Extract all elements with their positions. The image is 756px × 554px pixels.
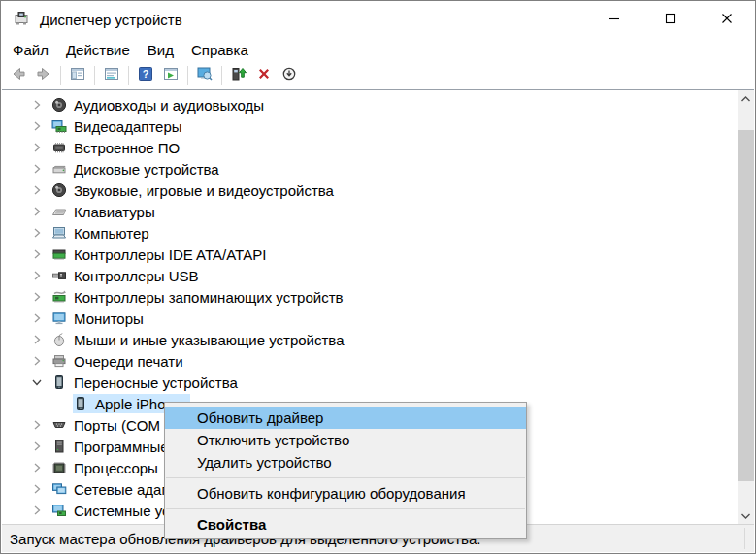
tree-item-label: Контроллеры запоминающих устройств <box>74 289 343 306</box>
tree-item-content[interactable]: Клавиатуры <box>51 202 164 221</box>
chevron-right-icon[interactable] <box>31 483 43 495</box>
tree-item-content[interactable]: Компьютер <box>51 223 158 243</box>
menu-view[interactable]: Вид <box>139 40 182 60</box>
close-button[interactable] <box>699 1 755 38</box>
tree-item[interactable]: Мониторы <box>2 308 738 329</box>
vertical-scrollbar[interactable] <box>738 90 754 524</box>
tree-item-content[interactable]: Звуковые, игровые и видеоустройства <box>51 180 343 200</box>
tree-item-content[interactable]: Контроллеры USB <box>51 266 208 285</box>
ide-controller-icon <box>51 246 67 262</box>
chevron-right-icon[interactable] <box>31 505 43 516</box>
chevron-right-icon[interactable] <box>31 312 43 324</box>
context-menu-item-properties[interactable]: Свойства <box>165 513 526 536</box>
chevron-right-icon[interactable] <box>31 334 43 345</box>
maximize-button[interactable] <box>642 1 699 38</box>
tree-item[interactable]: Контроллеры запоминающих устройств <box>2 286 738 308</box>
tree-item[interactable]: Контроллеры IDE ATA/ATAPI <box>2 244 738 265</box>
properties-icon <box>104 66 119 84</box>
uninstall-device-button[interactable] <box>252 64 276 87</box>
tree-item[interactable]: Переносные устройства <box>2 372 738 393</box>
show-action-pane-button[interactable] <box>159 64 182 87</box>
chevron-right-icon[interactable] <box>31 142 43 153</box>
tree-item[interactable]: Звуковые, игровые и видеоустройства <box>2 179 738 201</box>
chevron-right-icon[interactable] <box>31 462 43 473</box>
tree-item-label: Клавиатуры <box>74 204 155 220</box>
chevron-right-icon[interactable] <box>31 184 43 196</box>
menu-file[interactable]: Файл <box>4 40 57 60</box>
tree-item-content[interactable]: Процессоры <box>51 458 167 477</box>
toolbar-separator <box>60 66 61 85</box>
tree-item-content[interactable]: Мониторы <box>51 309 152 328</box>
forward-button[interactable] <box>32 64 55 87</box>
disable-device-button[interactable] <box>278 64 301 87</box>
tree-item-content[interactable]: Контроллеры запоминающих устройств <box>51 287 351 307</box>
help-button[interactable]: ? <box>134 64 157 87</box>
scan-hardware-changes-button[interactable] <box>193 64 216 87</box>
chevron-right-icon[interactable] <box>31 248 43 260</box>
scroll-up-button[interactable] <box>738 90 754 107</box>
tree-item[interactable]: Клавиатуры <box>2 201 738 222</box>
scroll-down-button[interactable] <box>738 507 754 524</box>
tree-item-label: Мониторы <box>74 310 144 327</box>
chevron-right-icon[interactable] <box>31 270 43 281</box>
tree-item-content[interactable]: Дисковые устройства <box>51 159 228 179</box>
show-console-tree-button[interactable] <box>66 64 89 87</box>
keyboard-icon <box>51 204 67 219</box>
chevron-right-icon[interactable] <box>31 120 43 132</box>
update-driver-button[interactable] <box>227 64 250 87</box>
tree-item-content[interactable]: Контроллеры IDE ATA/ATAPI <box>51 244 275 264</box>
tree-item[interactable]: Встроенное ПО <box>2 137 738 158</box>
scrollbar-thumb[interactable] <box>738 130 754 481</box>
sound-devices-icon <box>51 182 67 198</box>
properties-button[interactable] <box>100 64 123 87</box>
toolbar-separator <box>221 66 222 85</box>
tree-item-label: Контроллеры IDE ATA/ATAPI <box>74 246 266 263</box>
context-menu-item-update-driver[interactable]: Обновить драйвер <box>165 407 526 429</box>
tree-item-content[interactable]: Встроенное ПО <box>51 138 188 157</box>
toolbar: ? <box>1 61 755 89</box>
chevron-right-icon[interactable] <box>31 419 43 431</box>
tree-item[interactable]: Очереди печати <box>2 350 738 372</box>
chevron-right-icon[interactable] <box>31 227 43 239</box>
chevron-down-icon[interactable] <box>31 376 43 388</box>
menu-help[interactable]: Справка <box>182 40 257 60</box>
context-menu-separator <box>166 508 525 509</box>
chevron-right-icon[interactable] <box>31 163 43 175</box>
tree-item-content[interactable]: Очереди печати <box>51 351 192 371</box>
tree-item-content[interactable]: Видеоадаптеры <box>51 116 191 136</box>
tree-item-content[interactable]: Аудиовходы и аудиовыходы <box>51 95 273 114</box>
context-menu-item-scan-hardware-changes[interactable]: Обновить конфигурацию оборудования <box>165 482 526 505</box>
forward-icon <box>36 66 51 84</box>
chevron-placeholder <box>52 398 64 409</box>
device-manager-window: Диспетчер устройств ФайлДействиеВидСправ… <box>0 0 756 554</box>
tree-item[interactable]: Компьютер <box>2 222 738 244</box>
context-menu: Обновить драйверОтключить устройствоУдал… <box>164 402 527 539</box>
chevron-right-icon[interactable] <box>31 291 43 303</box>
tree-item-content[interactable]: Переносные устройства <box>51 373 247 392</box>
console-tree-icon <box>70 66 85 84</box>
software-device-icon <box>51 439 67 454</box>
tree-item[interactable]: Аудиовходы и аудиовыходы <box>2 94 738 115</box>
chevron-right-icon[interactable] <box>31 99 43 111</box>
back-button[interactable] <box>7 64 30 87</box>
update-driver-icon <box>231 66 247 84</box>
chevron-right-icon[interactable] <box>31 206 43 217</box>
audio-endpoints-icon <box>51 97 67 113</box>
display-adapter-icon <box>51 118 67 134</box>
tree-item[interactable]: Мыши и иные указывающие устройства <box>2 329 738 350</box>
context-menu-item-uninstall-device[interactable]: Удалить устройство <box>165 451 526 473</box>
chevron-right-icon[interactable] <box>31 355 43 367</box>
tree-item[interactable]: Видеоадаптеры <box>2 115 738 137</box>
tree-item-label: Очереди печати <box>74 353 183 370</box>
minimize-button[interactable] <box>586 1 642 38</box>
menu-action[interactable]: Действие <box>57 40 139 60</box>
disable-icon <box>281 66 297 84</box>
tree-item-content[interactable]: Мыши и иные указывающие устройства <box>51 330 352 349</box>
tree-item[interactable]: Контроллеры USB <box>2 265 738 286</box>
context-menu-item-disable-device[interactable]: Отключить устройство <box>165 429 526 451</box>
tree-item-label: Мыши и иные указывающие устройства <box>74 332 344 348</box>
mouse-icon <box>51 332 67 347</box>
chevron-right-icon[interactable] <box>31 440 43 452</box>
usb-controller-icon <box>51 268 67 283</box>
tree-item[interactable]: Дисковые устройства <box>2 158 738 179</box>
